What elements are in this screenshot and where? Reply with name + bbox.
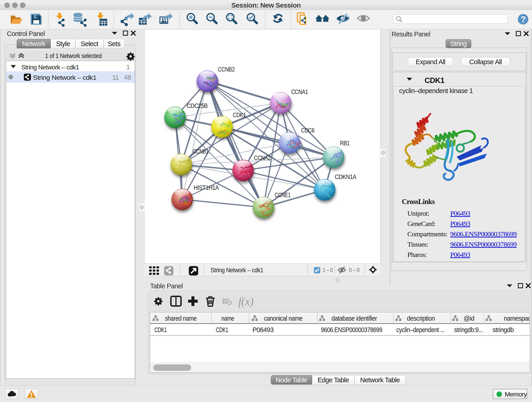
svg-text:CDK1: CDK1 [233, 112, 246, 119]
svg-text:?: ? [520, 15, 526, 24]
svg-text:RB1: RB1 [340, 140, 350, 147]
svg-text:@id: @id [464, 315, 474, 322]
svg-text:String Network – cdk1: String Network – cdk1 [21, 64, 79, 71]
svg-text:11: 11 [112, 74, 119, 81]
svg-text:description: description [407, 315, 435, 322]
svg-text:CCNA1: CCNA1 [291, 89, 308, 95]
svg-text:namespac: namespac [504, 315, 530, 322]
svg-text:0 – 0: 0 – 0 [349, 267, 360, 274]
svg-text:CCNA2: CCNA2 [254, 154, 271, 161]
svg-text:String Network – cdk1: String Network – cdk1 [210, 267, 263, 274]
svg-text:CDC6: CDC6 [301, 127, 314, 134]
svg-text:f(x): f(x) [238, 295, 253, 308]
svg-text:1: 1 [126, 63, 130, 71]
svg-text:name: name [221, 315, 234, 322]
svg-text:1 – 0: 1 – 0 [323, 267, 333, 274]
svg-text:CDK1: CDK1 [216, 326, 228, 333]
svg-text:canonical name: canonical name [264, 315, 302, 322]
svg-text:P06493: P06493 [253, 326, 273, 333]
svg-text:stringdb:9...: stringdb:9... [454, 326, 483, 333]
svg-text:CCNE1: CCNE1 [275, 191, 291, 198]
svg-text:CCNB1: CCNB1 [193, 148, 209, 155]
svg-text:database identifier: database identifier [331, 315, 377, 322]
svg-text:CDKN1A: CDKN1A [335, 173, 356, 180]
svg-text:CDC25B: CDC25B [187, 102, 208, 109]
svg-text:cyclin–dependent ...: cyclin–dependent ... [396, 326, 444, 333]
svg-text:HIST1H1A: HIST1H1A [194, 184, 219, 191]
svg-text:String Network – cdk1: String Network – cdk1 [33, 74, 96, 81]
svg-text:9606.ENSP00000378699: 9606.ENSP00000378699 [321, 326, 382, 333]
svg-text:48: 48 [124, 74, 131, 81]
svg-text:CCNB2: CCNB2 [218, 66, 234, 73]
svg-text:CDK1: CDK1 [154, 326, 167, 333]
svg-text:shared name: shared name [165, 315, 196, 322]
svg-text:stringdb: stringdb [493, 326, 514, 333]
svg-text:1 of 1 Network selected: 1 of 1 Network selected [45, 52, 102, 59]
